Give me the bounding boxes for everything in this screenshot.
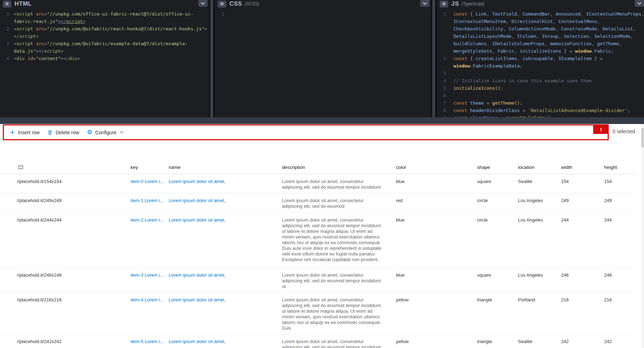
fold-toggle-icon[interactable]: ▾	[449, 114, 451, 117]
scrollbar-thumb[interactable]	[642, 128, 644, 147]
column-header-width[interactable]: width	[561, 165, 604, 170]
js-code-lines[interactable]: const { Link, TextField, CommandBar, Ann…	[447, 10, 644, 117]
table-row[interactable]: //placehold.it/249x249item-1 Lorem i...L…	[0, 193, 635, 213]
description-cell: Lorem ipsum dolor sit amet, consectetur …	[282, 272, 388, 289]
configure-button[interactable]: ⚙ Configure	[84, 125, 128, 139]
insert-row-button[interactable]: Insert row	[7, 125, 44, 139]
name-link[interactable]: Lorem ipsum dolor sit amet,	[169, 179, 282, 184]
line-number: 8	[437, 107, 447, 114]
description-cell: Lorem ipsum dolor sit amet, consectetur …	[282, 179, 388, 190]
column-header-location[interactable]: location	[518, 165, 561, 170]
add-icon	[10, 130, 15, 135]
url-cell: //placehold.it/246x246	[17, 272, 131, 278]
line-number: 1	[0, 10, 11, 18]
js-collapse-button[interactable]	[635, 0, 644, 7]
css-collapse-button[interactable]	[420, 0, 429, 7]
line-number: 2	[0, 25, 11, 33]
shape-cell: triangle	[477, 339, 518, 344]
color-cell: blue	[396, 217, 477, 223]
width-cell: 154	[561, 179, 604, 184]
width-cell: 216	[561, 297, 604, 302]
line-number	[0, 18, 11, 25]
gear-icon: ⚙	[87, 130, 92, 135]
width-cell: 249	[561, 198, 604, 203]
column-header-key[interactable]: key	[131, 165, 169, 170]
panel-resizer[interactable]	[431, 0, 437, 117]
line-number	[437, 18, 447, 25]
width-cell: 242	[561, 339, 604, 344]
table-row[interactable]: //placehold.it/244x244item-2 Lorem i...L…	[0, 213, 635, 268]
key-link[interactable]: item-4 Lorem i...	[131, 297, 169, 302]
height-cell: 242	[604, 339, 635, 344]
name-link[interactable]: Lorem ipsum dolor sit amet,	[169, 198, 282, 203]
chevron-down-icon	[423, 2, 427, 5]
key-link[interactable]: item-1 Lorem i...	[131, 198, 169, 203]
column-header-description[interactable]: description	[282, 165, 396, 170]
css-code-lines[interactable]	[225, 10, 431, 18]
delete-row-button[interactable]: Delete row	[44, 125, 84, 139]
console-strip[interactable]	[0, 117, 644, 124]
preview-pane: Insert row Delete row ⚙ Configure ! 0 se…	[0, 124, 644, 348]
url-cell: //placehold.it/154x154	[17, 179, 131, 184]
html-panel-header: ⚙ HTML	[0, 0, 209, 8]
gear-icon: ⚙	[220, 1, 224, 6]
js-gutter: 123456789▾	[437, 10, 447, 117]
location-cell: Los Angeles	[518, 272, 561, 278]
key-link[interactable]: item-2 Lorem i...	[131, 217, 169, 223]
html-settings-button[interactable]: ⚙	[3, 1, 11, 7]
color-cell: blue	[396, 179, 477, 184]
line-number	[437, 47, 447, 55]
key-link[interactable]: item-3 Lorem i...	[131, 272, 169, 278]
location-cell: Portland	[518, 297, 561, 302]
line-number: 7	[437, 99, 447, 107]
css-editor-panel: ⚙ CSS (SCSS) 1	[215, 0, 431, 117]
line-number	[437, 33, 447, 40]
line-number	[0, 33, 11, 40]
details-list: key name description color shape locatio…	[0, 161, 635, 348]
shape-cell: triangle	[477, 297, 518, 302]
table-row[interactable]: //placehold.it/246x246item-3 Lorem i...L…	[0, 268, 635, 293]
height-cell: 216	[604, 297, 635, 302]
line-number: 6	[437, 92, 447, 99]
line-number: 3	[437, 70, 447, 77]
color-cell: yellow	[396, 297, 477, 302]
css-panel-title: CSS	[229, 0, 242, 7]
table-header-row: key name description color shape locatio…	[0, 161, 635, 174]
name-link[interactable]: Lorem ipsum dolor sit amet,	[169, 272, 282, 278]
shape-cell: circle	[477, 217, 518, 223]
chevron-down-icon	[120, 131, 124, 134]
html-collapse-button[interactable]	[198, 0, 207, 7]
js-panel-title: JS	[451, 0, 459, 7]
name-link[interactable]: Lorem ipsum dolor sit amet,	[169, 339, 282, 344]
column-header-color[interactable]: color	[396, 165, 477, 170]
css-settings-button[interactable]: ⚙	[218, 1, 226, 7]
chevron-down-icon	[637, 2, 642, 5]
js-panel-header: ⚙ JS (TypeScript)	[437, 0, 644, 8]
panel-resizer[interactable]	[209, 0, 215, 117]
vertical-scrollbar[interactable]	[641, 124, 644, 348]
thumbnail-column-header[interactable]	[18, 165, 131, 170]
width-cell: 244	[561, 217, 604, 223]
html-code-lines[interactable]: <script src="//unpkg.com/office-ui-fabri…	[11, 10, 209, 62]
column-header-name[interactable]: name	[169, 165, 282, 170]
line-number	[0, 47, 11, 55]
js-settings-button[interactable]: ⚙	[440, 1, 448, 7]
line-number: 1	[437, 10, 447, 18]
name-link[interactable]: Lorem ipsum dolor sit amet,	[169, 217, 282, 223]
name-link[interactable]: Lorem ipsum dolor sit amet,	[169, 297, 282, 302]
key-link[interactable]: item-5 Lorem i...	[131, 339, 169, 344]
table-row[interactable]: //placehold.it/242x242item-5 Lorem i...L…	[0, 334, 635, 348]
line-number	[437, 62, 447, 70]
commandbar-annotation-box: Insert row Delete row ⚙ Configure !	[3, 124, 609, 140]
error-badge: !	[593, 125, 609, 134]
table-row[interactable]: //placehold.it/154x154item-0 Lorem i...L…	[0, 174, 635, 193]
line-number: 4	[0, 55, 11, 62]
delete-icon	[47, 130, 53, 135]
line-number: 9▾	[437, 114, 447, 117]
line-number: 3	[0, 40, 11, 47]
delete-row-label: Delete row	[55, 130, 79, 135]
column-header-shape[interactable]: shape	[477, 165, 518, 170]
column-header-height[interactable]: height	[604, 165, 635, 170]
table-row[interactable]: //placehold.it/216x216item-4 Lorem i...L…	[0, 293, 635, 334]
key-link[interactable]: item-0 Lorem i...	[131, 179, 169, 184]
